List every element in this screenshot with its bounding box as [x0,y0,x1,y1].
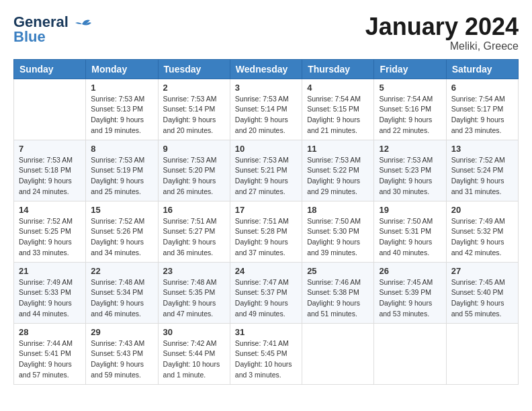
calendar-cell: 3Sunrise: 7:53 AMSunset: 5:14 PMDaylight… [230,79,302,140]
day-info: Sunrise: 7:53 AMSunset: 5:14 PMDaylight:… [235,94,297,136]
day-number: 17 [235,205,297,215]
calendar-cell: 28Sunrise: 7:44 AMSunset: 5:41 PMDayligh… [14,323,86,384]
day-number: 20 [451,205,513,215]
day-number: 5 [379,83,441,93]
weekday-header-sunday: Sunday [14,59,86,79]
day-number: 12 [379,144,441,154]
calendar-cell: 21Sunrise: 7:49 AMSunset: 5:33 PMDayligh… [14,262,86,323]
calendar-week-row: 7Sunrise: 7:53 AMSunset: 5:18 PMDaylight… [14,140,519,201]
calendar-cell: 20Sunrise: 7:49 AMSunset: 5:32 PMDayligh… [446,201,518,262]
calendar-table: SundayMondayTuesdayWednesdayThursdayFrid… [13,59,519,385]
calendar-cell: 23Sunrise: 7:48 AMSunset: 5:35 PMDayligh… [158,262,230,323]
calendar-cell: 10Sunrise: 7:53 AMSunset: 5:21 PMDayligh… [230,140,302,201]
weekday-header-wednesday: Wednesday [230,59,302,79]
day-info: Sunrise: 7:52 AMSunset: 5:24 PMDaylight:… [451,155,513,197]
day-number: 10 [235,144,297,154]
day-info: Sunrise: 7:53 AMSunset: 5:21 PMDaylight:… [235,155,297,197]
day-number: 6 [451,83,513,93]
day-info: Sunrise: 7:53 AMSunset: 5:19 PMDaylight:… [91,155,152,197]
day-number: 2 [163,83,225,93]
location: Meliki, Greece [365,40,519,52]
calendar-cell: 6Sunrise: 7:54 AMSunset: 5:17 PMDaylight… [446,79,518,140]
day-info: Sunrise: 7:50 AMSunset: 5:30 PMDaylight:… [307,216,369,259]
day-info: Sunrise: 7:53 AMSunset: 5:13 PMDaylight:… [91,94,152,136]
calendar-cell: 4Sunrise: 7:54 AMSunset: 5:15 PMDaylight… [302,79,374,140]
day-number: 1 [91,83,152,93]
day-number: 27 [451,266,513,276]
calendar-cell: 7Sunrise: 7:53 AMSunset: 5:18 PMDaylight… [14,140,86,201]
calendar-cell [374,323,446,384]
day-info: Sunrise: 7:50 AMSunset: 5:31 PMDaylight:… [379,216,441,259]
day-number: 21 [19,266,81,276]
day-info: Sunrise: 7:51 AMSunset: 5:28 PMDaylight:… [235,216,297,259]
calendar-cell: 15Sunrise: 7:52 AMSunset: 5:26 PMDayligh… [86,201,158,262]
bird-icon [73,17,91,31]
calendar-cell [446,323,518,384]
calendar-cell: 17Sunrise: 7:51 AMSunset: 5:28 PMDayligh… [230,201,302,262]
day-info: Sunrise: 7:54 AMSunset: 5:15 PMDaylight:… [307,94,369,136]
day-number: 26 [379,266,441,276]
day-info: Sunrise: 7:47 AMSunset: 5:37 PMDaylight:… [235,277,297,320]
day-info: Sunrise: 7:44 AMSunset: 5:41 PMDaylight:… [19,338,81,381]
calendar-week-row: 1Sunrise: 7:53 AMSunset: 5:13 PMDaylight… [14,79,519,140]
day-number: 24 [235,266,297,276]
day-number: 13 [451,144,513,154]
day-info: Sunrise: 7:49 AMSunset: 5:32 PMDaylight:… [451,216,513,259]
calendar-cell [302,323,374,384]
day-number: 23 [163,266,225,276]
weekday-header-saturday: Saturday [446,59,518,79]
calendar-cell: 1Sunrise: 7:53 AMSunset: 5:13 PMDaylight… [86,79,158,140]
calendar-body: 1Sunrise: 7:53 AMSunset: 5:13 PMDaylight… [14,79,519,384]
calendar-cell: 19Sunrise: 7:50 AMSunset: 5:31 PMDayligh… [374,201,446,262]
title-section: January 2024 Meliki, Greece [365,13,519,52]
calendar-cell: 24Sunrise: 7:47 AMSunset: 5:37 PMDayligh… [230,262,302,323]
day-number: 15 [91,205,152,215]
logo: General Blue [13,13,91,46]
logo-blue: Blue [13,28,46,46]
day-number: 4 [307,83,369,93]
day-info: Sunrise: 7:53 AMSunset: 5:23 PMDaylight:… [379,155,441,197]
day-info: Sunrise: 7:53 AMSunset: 5:18 PMDaylight:… [19,155,81,197]
day-info: Sunrise: 7:41 AMSunset: 5:45 PMDaylight:… [235,338,297,381]
day-number: 25 [307,266,369,276]
calendar-cell: 2Sunrise: 7:53 AMSunset: 5:14 PMDaylight… [158,79,230,140]
calendar-cell: 25Sunrise: 7:46 AMSunset: 5:38 PMDayligh… [302,262,374,323]
day-number: 31 [235,327,297,337]
day-info: Sunrise: 7:53 AMSunset: 5:22 PMDaylight:… [307,155,369,197]
day-info: Sunrise: 7:49 AMSunset: 5:33 PMDaylight:… [19,277,81,320]
day-info: Sunrise: 7:53 AMSunset: 5:20 PMDaylight:… [163,155,225,197]
day-info: Sunrise: 7:46 AMSunset: 5:38 PMDaylight:… [307,277,369,320]
day-info: Sunrise: 7:42 AMSunset: 5:44 PMDaylight:… [163,338,225,381]
day-info: Sunrise: 7:54 AMSunset: 5:16 PMDaylight:… [379,94,441,136]
day-number: 14 [19,205,81,215]
day-number: 8 [91,144,152,154]
calendar-week-row: 14Sunrise: 7:52 AMSunset: 5:25 PMDayligh… [14,201,519,262]
day-number: 22 [91,266,152,276]
weekday-header-friday: Friday [374,59,446,79]
calendar-cell: 26Sunrise: 7:45 AMSunset: 5:39 PMDayligh… [374,262,446,323]
calendar-cell: 29Sunrise: 7:43 AMSunset: 5:43 PMDayligh… [86,323,158,384]
day-info: Sunrise: 7:45 AMSunset: 5:39 PMDaylight:… [379,277,441,320]
calendar-cell: 31Sunrise: 7:41 AMSunset: 5:45 PMDayligh… [230,323,302,384]
day-number: 28 [19,327,81,337]
calendar-cell: 14Sunrise: 7:52 AMSunset: 5:25 PMDayligh… [14,201,86,262]
weekday-header-thursday: Thursday [302,59,374,79]
day-number: 19 [379,205,441,215]
day-info: Sunrise: 7:51 AMSunset: 5:27 PMDaylight:… [163,216,225,259]
day-info: Sunrise: 7:54 AMSunset: 5:17 PMDaylight:… [451,94,513,136]
calendar-cell: 8Sunrise: 7:53 AMSunset: 5:19 PMDaylight… [86,140,158,201]
weekday-header-monday: Monday [86,59,158,79]
day-number: 18 [307,205,369,215]
calendar-cell: 9Sunrise: 7:53 AMSunset: 5:20 PMDaylight… [158,140,230,201]
day-number: 16 [163,205,225,215]
day-info: Sunrise: 7:48 AMSunset: 5:34 PMDaylight:… [91,277,152,320]
day-number: 9 [163,144,225,154]
page-header: General Blue January 2024 Meliki, Greece [13,13,519,52]
calendar-week-row: 28Sunrise: 7:44 AMSunset: 5:41 PMDayligh… [14,323,519,384]
day-info: Sunrise: 7:52 AMSunset: 5:26 PMDaylight:… [91,216,152,259]
day-info: Sunrise: 7:45 AMSunset: 5:40 PMDaylight:… [451,277,513,320]
day-number: 3 [235,83,297,93]
calendar-cell: 18Sunrise: 7:50 AMSunset: 5:30 PMDayligh… [302,201,374,262]
calendar-cell: 30Sunrise: 7:42 AMSunset: 5:44 PMDayligh… [158,323,230,384]
calendar-week-row: 21Sunrise: 7:49 AMSunset: 5:33 PMDayligh… [14,262,519,323]
